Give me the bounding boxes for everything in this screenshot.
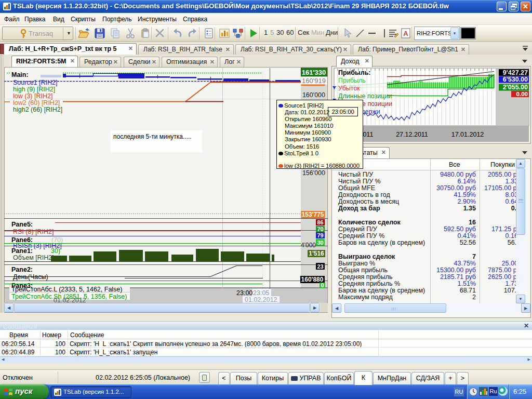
svg-text:День(Часы): День(Часы)	[13, 273, 48, 281]
svg-text:70: 70	[317, 226, 323, 232]
svg-text:23:00: 23:00	[236, 289, 252, 297]
svg-text:последняя 5-ти минутка.....: последняя 5-ти минутка.....	[113, 133, 192, 140]
svg-text:Длинные позиции: Длинные позиции	[338, 92, 392, 100]
svg-text:high2 (66) [RIH2]: high2 (66) [RIH2]	[13, 106, 62, 113]
svg-text:01.02.2012: 01.02.2012	[245, 296, 277, 303]
svg-text:23: 23	[317, 263, 323, 270]
svg-text:Pane1:: Pane1:	[11, 247, 33, 255]
svg-text:153'775: 153'775	[302, 211, 324, 218]
svg-text:A: A	[403, 30, 408, 37]
svg-text:Pane2:: Pane2:	[11, 266, 33, 273]
svg-text:79: 79	[317, 232, 323, 238]
svg-text:30: 30	[317, 240, 323, 246]
svg-text:Убыток: Убыток	[338, 85, 360, 92]
svg-text:160'880: 160'880	[301, 276, 324, 283]
svg-text:4'000: 4'000	[301, 242, 316, 249]
svg-text:Прибыль:: Прибыль:	[338, 69, 371, 76]
svg-text:Объем [RIH2]: Объем [RIH2]	[13, 254, 54, 261]
svg-text:low2 (60) [RIH2]: low2 (60) [RIH2]	[13, 99, 60, 107]
svg-text:Pane5:: Pane5:	[11, 221, 33, 228]
svg-text:9'427.27: 9'427.27	[503, 69, 528, 76]
svg-text:ТрейСтопАбс.L (2333, 5, 1462,: ТрейСтопАбс.L (2333, 5, 1462, False)	[11, 286, 123, 293]
svg-text:Source1 [RIH2]: Source1 [RIH2]	[13, 79, 57, 86]
svg-text:86: 86	[317, 219, 323, 225]
svg-text:2'055.00: 2'055.00	[503, 84, 528, 91]
svg-text:Main:: Main:	[11, 71, 29, 78]
svg-text:6'530.00: 6'530.00	[503, 76, 528, 83]
svg-text:high (9) [RIH2]: high (9) [RIH2]	[13, 86, 55, 93]
svg-text:1'516: 1'516	[309, 250, 324, 257]
svg-text:RSI (8) [RIH2]: RSI (8) [RIH2]	[13, 228, 54, 235]
svg-text:low (3) [RIH2]: low (3) [RIH2]	[13, 92, 52, 100]
svg-text:160'000: 160'000	[302, 91, 325, 99]
svg-text:23:05: 23:05	[253, 289, 269, 297]
svg-text:27.12.2011: 27.12.2011	[396, 131, 428, 138]
svg-text:0.00: 0.00	[516, 91, 528, 97]
svg-text:17.01.2012: 17.01.2012	[451, 131, 484, 138]
svg-text:30): 30)	[51, 247, 60, 255]
svg-text:0: 0	[321, 282, 324, 288]
svg-text:Прибыль: Прибыль	[338, 77, 366, 84]
svg-text:160'919: 160'919	[302, 77, 326, 85]
svg-text:161'330: 161'330	[302, 69, 326, 76]
svg-text:156'000: 156'000	[302, 169, 325, 177]
